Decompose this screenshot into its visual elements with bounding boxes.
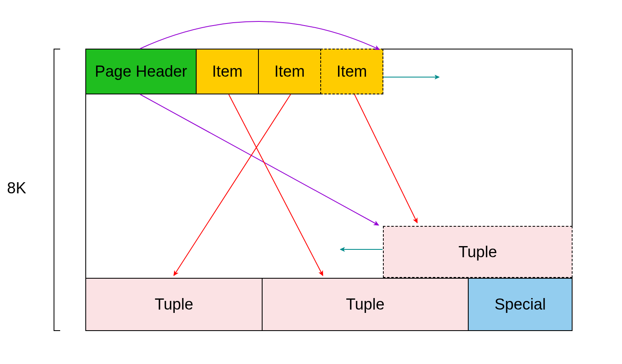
size-label: 8K xyxy=(7,179,26,197)
arrow-header-to-item3 xyxy=(140,21,379,49)
tuple-block-bottom-2: Tuple xyxy=(262,278,469,331)
tuple-block-bottom-1: Tuple xyxy=(85,278,263,331)
item-block-1: Item xyxy=(196,49,259,94)
size-bracket xyxy=(54,49,54,331)
page-header-block: Page Header xyxy=(85,49,197,94)
item-block-3: Item xyxy=(320,49,383,94)
tuple-block-top: Tuple xyxy=(383,226,573,278)
item-block-2: Item xyxy=(258,49,321,94)
special-block: Special xyxy=(468,278,573,331)
